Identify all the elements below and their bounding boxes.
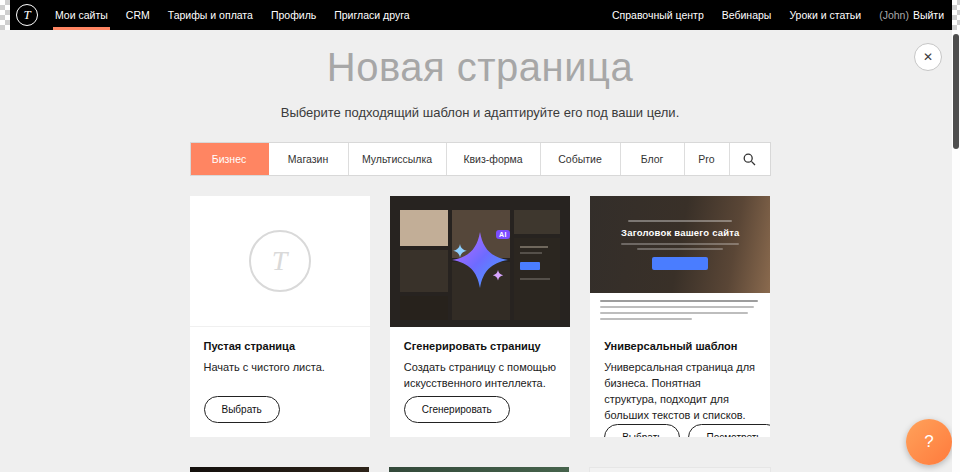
ai-badge: AI [496,230,510,239]
preview-tile [400,210,448,246]
tilda-logo[interactable]: T [16,4,38,26]
preview-text-line [520,278,550,280]
card-title: Пустая страница [204,340,356,352]
close-button[interactable]: ✕ [914,43,942,71]
preview-text-line [600,300,758,302]
preview-text-line [520,246,548,248]
preview-text-line [600,306,754,308]
card-body: Пустая страница Начать с чистого листа. … [190,327,370,437]
page-subtitle: Выберите подходящий шаблон и адаптируйте… [0,105,960,120]
transparency-pattern-right [952,0,960,30]
nav-item-webinars[interactable]: Вебинары [713,9,781,21]
card-actions: Сгенерировать [404,396,556,423]
preview-text-line [600,312,748,314]
transparency-pattern-left [0,0,10,30]
template-card-universal: Заголовок вашего сайта Универсальный шаб… [590,196,770,437]
nav-item-crm[interactable]: CRM [117,0,159,30]
preview-cta-button-shape [652,257,708,270]
card-body: Сгенерировать страницу Создать страницу … [390,327,570,437]
card-description: Начать с чистого листа. [204,360,356,376]
template-card-partial[interactable] [190,467,370,472]
scrollbar-track[interactable] [952,30,960,472]
nav-item-tariffs[interactable]: Тарифы и оплата [159,0,262,30]
tab-quiz-form[interactable]: Квиз-форма [447,143,541,175]
template-card-ai: AI Сгенерировать страницу Создать страни… [390,196,570,437]
tilda-watermark-icon: T [249,230,311,292]
tab-pro[interactable]: Pro [685,143,730,175]
tilda-watermark-letter: T [272,245,288,277]
tab-blog[interactable]: Блог [621,143,685,175]
preview-tile [400,296,448,320]
card-description: Создать страницу с помощью искусственног… [404,360,556,392]
preview-text-line [600,318,692,320]
question-mark-icon: ? [924,432,933,452]
card-description: Универсальная страница для бизнеса. Поня… [604,360,756,424]
logout-link[interactable]: Выйти [913,9,944,21]
tab-business[interactable]: Бизнес [191,143,269,175]
template-card-blank: T Пустая страница Начать с чистого листа… [190,196,370,437]
preview-hero-section: Заголовок вашего сайта [590,196,770,293]
search-icon [743,153,756,166]
choose-blank-button[interactable]: Выбрать [204,396,280,423]
nav-item-my-sites[interactable]: Мои сайты [46,0,117,30]
preview-button-shape [520,262,540,270]
card-body: Универсальный шаблон Универсальная стран… [590,327,770,437]
preview-tile [400,250,448,292]
scrollbar-thumb[interactable] [953,34,959,149]
ai-star-icon [450,230,510,290]
view-universal-button[interactable]: Посмотреть [688,424,770,437]
preview-sidebar [514,238,560,320]
preview-text-block [590,293,770,327]
generate-button[interactable]: Сгенерировать [404,396,510,423]
card-title: Универсальный шаблон [604,340,756,352]
tab-search[interactable] [730,143,770,175]
choose-universal-button[interactable]: Выбрать [604,424,680,437]
card-title: Сгенерировать страницу [404,340,556,352]
preview-text-line [628,220,732,222]
preview-tile [514,210,560,234]
template-category-tabs: Бизнес Магазин Мультиссылка Квиз-форма С… [190,142,771,176]
template-grid-row-2 [190,467,771,472]
nav-item-help-center[interactable]: Справочный центр [603,9,713,21]
preview-text-line [637,248,723,250]
nav-item-profile[interactable]: Профиль [262,0,325,30]
preview-hero-title: Заголовок вашего сайта [621,227,740,238]
close-icon: ✕ [923,50,933,64]
template-card-partial[interactable] [389,467,569,472]
template-grid: T Пустая страница Начать с чистого листа… [190,196,771,437]
main-nav: Мои сайты CRM Тарифы и оплата Профиль Пр… [46,0,419,30]
page-title: Новая страница [0,46,960,88]
preview-text-line [520,252,542,254]
card-actions: Выбрать Посмотреть [604,424,756,437]
help-button[interactable]: ? [906,419,952,465]
topbar: T Мои сайты CRM Тарифы и оплата Профиль … [0,0,960,30]
tilda-logo-letter: T [23,7,30,23]
template-card-partial[interactable] [589,467,771,472]
ai-template-preview[interactable]: AI [390,196,570,327]
tab-shop[interactable]: Магазин [269,143,349,175]
nav-item-invite-friend[interactable]: Пригласи друга [325,0,418,30]
card-actions: Выбрать [204,396,356,423]
user-name: (John) [879,9,909,21]
tab-event[interactable]: Событие [541,143,621,175]
tab-multilink[interactable]: Мультиссылка [349,143,447,175]
universal-template-preview[interactable]: Заголовок вашего сайта [590,196,770,327]
secondary-nav: Справочный центр Вебинары Уроки и статьи… [603,9,944,21]
blank-template-preview[interactable]: T [190,196,370,327]
preview-text-line [621,243,739,245]
nav-item-lessons[interactable]: Уроки и статьи [780,9,870,21]
